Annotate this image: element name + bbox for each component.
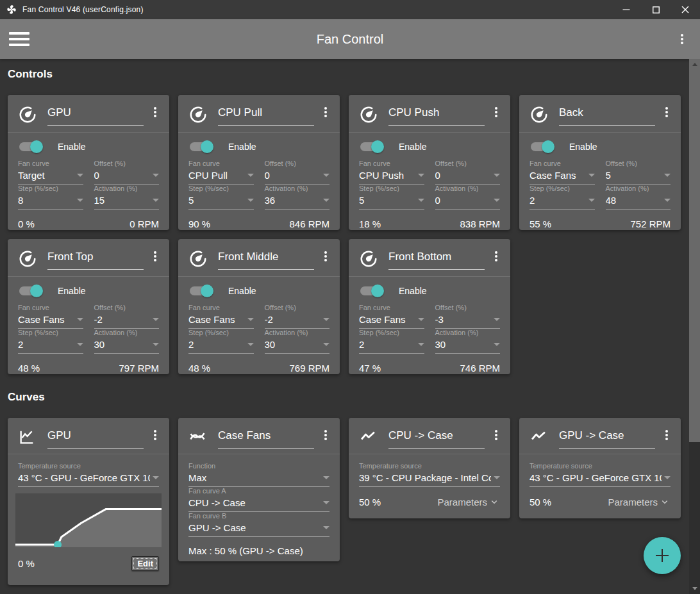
step-select[interactable]: 2 [529, 194, 595, 210]
offset-label: Offset (%) [265, 304, 330, 311]
step-select[interactable]: 2 [188, 338, 254, 354]
control-title: CPU Pull [218, 106, 262, 119]
page-title: Fan Control [317, 32, 384, 47]
temperature-source-select[interactable]: 43 °C - GPU - GeForce GTX 1060 6GB [18, 471, 159, 487]
dropdown-arrow-icon [247, 318, 254, 321]
activation-select[interactable]: 30 [435, 338, 501, 354]
activation-label: Activation (%) [606, 185, 671, 192]
menu-button[interactable] [9, 32, 29, 46]
chart-line-variant-icon [529, 428, 549, 449]
kebab-icon [154, 430, 156, 433]
close-button[interactable] [671, 0, 700, 19]
dropdown-arrow-icon [494, 343, 500, 346]
scroll-up-button[interactable] [689, 59, 700, 70]
step-select[interactable]: 5 [188, 194, 254, 210]
fan-curve-select[interactable]: Target [18, 169, 83, 185]
fan-curve-label: Fan curve [188, 160, 254, 167]
step-select[interactable]: 5 [359, 194, 424, 210]
appbar-overflow-button[interactable] [678, 31, 686, 47]
fan-curve-select[interactable]: Case Fans [188, 313, 254, 329]
activation-select[interactable]: 15 [94, 194, 160, 210]
card-overflow-button[interactable] [151, 249, 159, 264]
step-select[interactable]: 8 [18, 194, 83, 210]
card-overflow-button[interactable] [492, 104, 500, 120]
fan-curve-select[interactable]: Case Fans [18, 313, 83, 329]
activation-select[interactable]: 36 [265, 194, 330, 210]
parameters-expander[interactable]: Parameters [608, 496, 671, 507]
divider [8, 454, 169, 454]
chevron-down-icon [659, 496, 671, 507]
edit-button[interactable]: Edit [131, 556, 159, 571]
curve-title: GPU -> Case [559, 429, 624, 441]
maximize-button[interactable] [641, 0, 671, 19]
fan-curve-select[interactable]: CPU Push [359, 169, 424, 185]
enable-toggle[interactable] [531, 142, 553, 151]
card-overflow-button[interactable] [322, 249, 329, 264]
controls-section-title: Controls [8, 68, 689, 81]
fan-rpm: 746 RPM [460, 363, 500, 374]
card-overflow-button[interactable] [492, 249, 500, 264]
dropdown-arrow-icon [323, 526, 329, 529]
dropdown-arrow-icon [323, 199, 329, 202]
function-select[interactable]: Max [188, 471, 329, 487]
step-select[interactable]: 2 [18, 338, 83, 354]
fan-curve-a-label: Fan curve A [188, 487, 329, 495]
enable-toggle[interactable] [190, 142, 212, 151]
chart-multiline-icon [188, 428, 208, 449]
offset-select[interactable]: -2 [265, 313, 330, 329]
scroll-down-button[interactable] [689, 583, 700, 594]
fan-curve-a-select[interactable]: CPU -> Case [188, 496, 329, 512]
card-overflow-button[interactable] [492, 427, 500, 443]
offset-select[interactable]: -2 [94, 313, 160, 329]
dropdown-arrow-icon [323, 318, 329, 321]
kebab-icon [665, 430, 668, 433]
chart-line-variant-icon [359, 428, 378, 449]
enable-toggle[interactable] [19, 142, 41, 151]
enable-label: Enable [228, 286, 256, 296]
scrollbar-thumb[interactable] [689, 59, 700, 442]
control-card: CPU Push Enable Fan curve CPU Push Offse… [349, 95, 510, 230]
activation-select[interactable]: 30 [265, 338, 330, 354]
curve-card-cpu-case: CPU -> Case Temperature source 39 °C - C… [349, 418, 510, 518]
card-overflow-button[interactable] [151, 427, 159, 443]
enable-label: Enable [58, 286, 86, 296]
offset-select[interactable]: 0 [94, 169, 160, 185]
offset-select[interactable]: 5 [606, 169, 671, 185]
step-label: Step (%/sec) [18, 329, 83, 336]
card-overflow-button[interactable] [322, 427, 329, 443]
fan-curve-b-label: Fan curve B [188, 512, 329, 520]
card-overflow-button[interactable] [663, 427, 671, 443]
minimize-button[interactable] [612, 0, 641, 19]
activation-select[interactable]: 48 [606, 194, 671, 210]
fan-curve-b-select[interactable]: GPU -> Case [188, 521, 329, 537]
card-overflow-button[interactable] [151, 104, 159, 120]
divider [519, 454, 681, 454]
offset-select[interactable]: 0 [265, 169, 330, 185]
fan-rpm: 838 RPM [460, 219, 500, 229]
step-select[interactable]: 2 [359, 338, 424, 354]
dropdown-arrow-icon [494, 476, 500, 479]
activation-select[interactable]: 0 [435, 194, 501, 210]
parameters-expander[interactable]: Parameters [437, 496, 500, 507]
kebab-icon [324, 251, 327, 254]
offset-select[interactable]: -3 [435, 313, 501, 329]
enable-toggle[interactable] [190, 286, 212, 295]
control-title: Back [559, 106, 583, 119]
fan-curve-chart [15, 493, 162, 547]
fan-percent: 48 % [188, 363, 210, 374]
enable-toggle[interactable] [19, 286, 41, 295]
offset-select[interactable]: 0 [435, 169, 501, 185]
fan-curve-select[interactable]: Case Fans [529, 169, 595, 185]
fan-curve-select[interactable]: CPU Pull [188, 169, 254, 185]
card-overflow-button[interactable] [663, 104, 671, 120]
add-button[interactable] [644, 537, 681, 574]
controls-grid: GPU Enable Fan curve Target Offset (%) 0 [8, 95, 682, 374]
activation-select[interactable]: 30 [94, 338, 160, 354]
temperature-source-select[interactable]: 43 °C - GPU - GeForce GTX 1060 6GB [529, 471, 671, 487]
dropdown-arrow-icon [494, 174, 500, 177]
fan-curve-select[interactable]: Case Fans [359, 313, 424, 329]
enable-toggle[interactable] [360, 286, 382, 295]
card-overflow-button[interactable] [322, 104, 329, 120]
temperature-source-select[interactable]: 39 °C - CPU Package - Intel Core i5-9 [359, 471, 500, 487]
enable-toggle[interactable] [360, 142, 382, 151]
